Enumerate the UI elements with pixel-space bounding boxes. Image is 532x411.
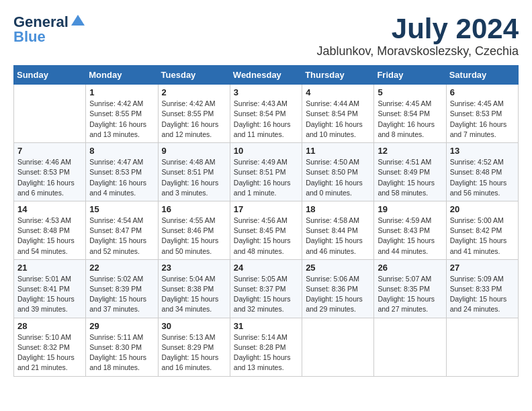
- cell-line: Daylight: 15 hours: [17, 294, 82, 304]
- day-header-saturday: Saturday: [446, 66, 518, 85]
- cell-line: Sunrise: 4:42 AM: [89, 99, 154, 109]
- cell-line: and 4 minutes.: [89, 188, 154, 198]
- day-number: 16: [162, 204, 226, 214]
- calendar-cell: 8Sunrise: 4:47 AMSunset: 8:53 PMDaylight…: [86, 143, 158, 201]
- cell-line: Sunrise: 5:14 AM: [234, 332, 298, 342]
- calendar-subtitle: Jablunkov, Moravskoslezsky, Czechia: [317, 44, 519, 58]
- calendar-cell: 4Sunrise: 4:44 AMSunset: 8:54 PMDaylight…: [302, 85, 374, 143]
- cell-line: Sunrise: 4:55 AM: [162, 216, 226, 226]
- header-row: SundayMondayTuesdayWednesdayThursdayFrid…: [14, 66, 519, 85]
- week-row-2: 7Sunrise: 4:46 AMSunset: 8:53 PMDaylight…: [14, 143, 519, 201]
- calendar-cell: 16Sunrise: 4:55 AMSunset: 8:46 PMDayligh…: [158, 201, 230, 259]
- day-number: 10: [234, 146, 298, 156]
- cell-line: Sunset: 8:50 PM: [306, 167, 370, 177]
- cell-line: Daylight: 15 hours: [89, 353, 154, 363]
- day-number: 9: [162, 146, 226, 156]
- calendar-cell: 18Sunrise: 4:58 AMSunset: 8:44 PMDayligh…: [302, 201, 374, 259]
- calendar-cell: [446, 318, 518, 376]
- logo-blue: Blue: [13, 28, 46, 46]
- cell-line: and 13 minutes.: [89, 130, 154, 140]
- calendar-cell: 31Sunrise: 5:14 AMSunset: 8:28 PMDayligh…: [230, 318, 302, 376]
- day-number: 11: [306, 146, 370, 156]
- cell-line: and 11 minutes.: [234, 130, 298, 140]
- calendar-cell: [14, 85, 86, 143]
- day-number: 22: [89, 263, 154, 273]
- week-row-5: 28Sunrise: 5:10 AMSunset: 8:32 PMDayligh…: [14, 318, 519, 376]
- title-area: July 2024 Jablunkov, Moravskoslezsky, Cz…: [317, 13, 519, 58]
- cell-line: and 0 minutes.: [306, 188, 370, 198]
- calendar-cell: 17Sunrise: 4:56 AMSunset: 8:45 PMDayligh…: [230, 201, 302, 259]
- day-number: 27: [450, 263, 515, 273]
- day-number: 1: [89, 87, 154, 97]
- cell-line: Daylight: 15 hours: [162, 353, 226, 363]
- week-row-4: 21Sunrise: 5:01 AMSunset: 8:41 PMDayligh…: [14, 259, 519, 318]
- cell-line: Sunset: 8:33 PM: [450, 284, 515, 294]
- day-number: 3: [234, 87, 298, 97]
- cell-line: and 41 minutes.: [450, 246, 515, 257]
- cell-line: Sunrise: 4:58 AM: [306, 216, 370, 226]
- calendar-table: SundayMondayTuesdayWednesdayThursdayFrid…: [13, 65, 519, 376]
- cell-line: Sunset: 8:38 PM: [162, 284, 226, 294]
- cell-line: Sunrise: 5:02 AM: [89, 274, 154, 284]
- cell-line: Sunrise: 4:50 AM: [306, 157, 370, 167]
- cell-line: Sunrise: 4:48 AM: [162, 157, 226, 167]
- cell-line: and 8 minutes.: [378, 130, 442, 140]
- cell-line: and 48 minutes.: [234, 246, 298, 257]
- week-row-1: 1Sunrise: 4:42 AMSunset: 8:55 PMDaylight…: [14, 85, 519, 143]
- calendar-cell: 28Sunrise: 5:10 AMSunset: 8:32 PMDayligh…: [14, 318, 86, 376]
- cell-line: Sunrise: 5:05 AM: [234, 274, 298, 284]
- cell-line: Daylight: 16 hours: [450, 120, 515, 130]
- cell-line: and 12 minutes.: [162, 130, 226, 140]
- day-number: 5: [378, 87, 442, 97]
- cell-line: and 29 minutes.: [306, 304, 370, 314]
- cell-line: Sunset: 8:54 PM: [234, 109, 298, 119]
- cell-line: Sunrise: 4:45 AM: [378, 99, 442, 109]
- cell-line: Daylight: 16 hours: [162, 178, 226, 188]
- cell-line: Sunset: 8:35 PM: [378, 284, 442, 294]
- week-row-3: 14Sunrise: 4:53 AMSunset: 8:48 PMDayligh…: [14, 201, 519, 259]
- day-number: 17: [234, 204, 298, 214]
- cell-line: Sunrise: 4:42 AM: [162, 99, 226, 109]
- cell-line: and 1 minute.: [234, 188, 298, 198]
- day-number: 12: [378, 146, 442, 156]
- cell-line: Daylight: 15 hours: [234, 353, 298, 363]
- calendar-cell: 25Sunrise: 5:06 AMSunset: 8:36 PMDayligh…: [302, 259, 374, 318]
- cell-line: and 18 minutes.: [89, 363, 154, 373]
- cell-line: and 3 minutes.: [162, 188, 226, 198]
- calendar-cell: [302, 318, 374, 376]
- calendar-cell: 3Sunrise: 4:43 AMSunset: 8:54 PMDaylight…: [230, 85, 302, 143]
- cell-line: Sunset: 8:54 PM: [378, 109, 442, 119]
- cell-line: Sunset: 8:46 PM: [162, 226, 226, 236]
- cell-line: Daylight: 15 hours: [162, 236, 226, 246]
- cell-line: Sunset: 8:36 PM: [306, 284, 370, 294]
- cell-line: Sunrise: 5:06 AM: [306, 274, 370, 284]
- cell-line: Sunset: 8:48 PM: [450, 167, 515, 177]
- cell-line: Daylight: 15 hours: [306, 294, 370, 304]
- logo-icon: [71, 15, 85, 26]
- day-number: 7: [17, 146, 82, 156]
- day-header-friday: Friday: [374, 66, 446, 85]
- cell-line: Daylight: 16 hours: [234, 178, 298, 188]
- cell-line: Sunset: 8:43 PM: [378, 226, 442, 236]
- cell-line: Sunset: 8:49 PM: [378, 167, 442, 177]
- cell-line: Sunrise: 5:01 AM: [17, 274, 82, 284]
- cell-line: Daylight: 15 hours: [450, 294, 515, 304]
- cell-line: Daylight: 16 hours: [306, 120, 370, 130]
- calendar-cell: 29Sunrise: 5:11 AMSunset: 8:30 PMDayligh…: [86, 318, 158, 376]
- cell-line: and 32 minutes.: [234, 304, 298, 314]
- cell-line: Sunrise: 4:44 AM: [306, 99, 370, 109]
- cell-line: Daylight: 15 hours: [378, 294, 442, 304]
- cell-line: Sunset: 8:51 PM: [162, 167, 226, 177]
- calendar-cell: 27Sunrise: 5:09 AMSunset: 8:33 PMDayligh…: [446, 259, 518, 318]
- cell-line: Sunset: 8:41 PM: [17, 284, 82, 294]
- calendar-cell: 22Sunrise: 5:02 AMSunset: 8:39 PMDayligh…: [86, 259, 158, 318]
- day-header-monday: Monday: [86, 66, 158, 85]
- cell-line: Daylight: 16 hours: [17, 178, 82, 188]
- cell-line: and 21 minutes.: [17, 363, 82, 373]
- cell-line: Sunrise: 5:10 AM: [17, 332, 82, 342]
- cell-line: Daylight: 16 hours: [378, 120, 442, 130]
- day-number: 26: [378, 263, 442, 273]
- header: General Blue July 2024 Jablunkov, Moravs…: [13, 13, 519, 58]
- day-number: 2: [162, 87, 226, 97]
- cell-line: Daylight: 16 hours: [234, 120, 298, 130]
